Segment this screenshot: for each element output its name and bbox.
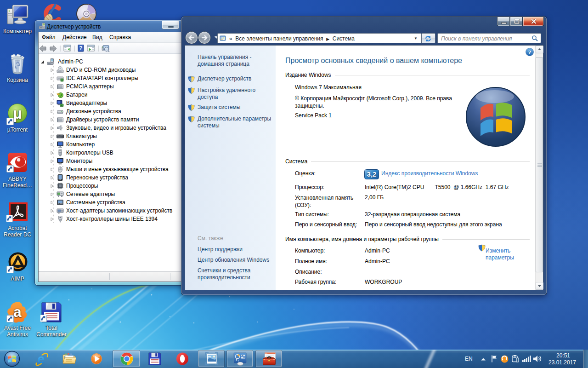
svg-text:?: ?	[79, 45, 82, 52]
svg-text:a: a	[13, 304, 22, 320]
svg-text:µ: µ	[13, 104, 22, 122]
svg-text:3,2: 3,2	[367, 170, 377, 178]
svg-text:?: ?	[528, 49, 531, 56]
